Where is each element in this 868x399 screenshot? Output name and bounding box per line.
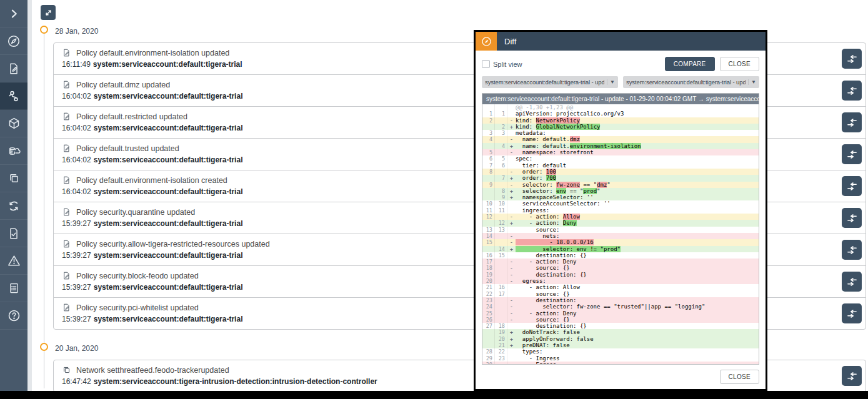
diff-hunk-row: @@ -1,30 +1,23 @@	[482, 104, 759, 111]
right-revision-value: system:serviceaccount:default:tigera-tri…	[626, 79, 746, 86]
cube-icon	[7, 116, 21, 131]
event-time: 15:39:27	[62, 315, 91, 323]
file-edit-icon	[62, 207, 71, 217]
right-revision-select[interactable]: system:serviceaccount:default:tigera-tri…	[623, 76, 759, 88]
diff-line: 25- - action: Deny	[482, 310, 759, 317]
sidebar-item-flow-visualization[interactable]	[0, 82, 27, 110]
flow-icon	[6, 89, 21, 104]
diff-line: 20+ applyOnForward: false	[482, 336, 759, 342]
diff-line: 18- source: {}	[482, 265, 759, 271]
diff-panel-header: system:serviceaccount:default:tigera-tri…	[482, 94, 759, 104]
sidebar-item-policies[interactable]	[0, 55, 27, 82]
diff-line: 1615 destination: {}	[482, 252, 759, 259]
diff-panel: system:serviceaccount:default:tigera-tri…	[482, 93, 759, 365]
event-time: 15:39:27	[62, 283, 91, 292]
app-screen: 28 Jan, 2020 Policy default.environment-…	[0, 0, 868, 399]
split-view-toggle[interactable]: Split view	[482, 60, 522, 68]
diff-button[interactable]	[842, 144, 862, 164]
compare-button[interactable]: COMPARE	[665, 57, 715, 71]
event-time: 15:39:27	[62, 251, 91, 260]
sidebar-item-dashboard[interactable]	[0, 27, 27, 55]
sidebar-item-compliance[interactable]	[0, 220, 27, 247]
diff-arrows-icon	[847, 213, 857, 224]
chevron-down-icon: ▼	[607, 79, 615, 85]
diff-button[interactable]	[842, 366, 862, 386]
diff-line: 2718 destination: {}	[482, 323, 759, 329]
diff-button[interactable]	[842, 240, 862, 260]
compass-icon	[6, 34, 21, 49]
sidebar-item-data-storage[interactable]	[0, 137, 27, 165]
sidebar-item-workloads[interactable]	[0, 110, 27, 137]
event-time: 16:11:49	[62, 60, 91, 69]
diff-button[interactable]	[842, 112, 862, 132]
event-time: 16:04:02	[62, 124, 91, 132]
event-time: 16:04:02	[62, 155, 91, 164]
split-view-checkbox[interactable]	[482, 60, 490, 68]
timeline-line	[44, 31, 44, 388]
diff-arrows-icon	[847, 86, 857, 96]
file-edit-icon	[62, 271, 71, 280]
file-edit-icon	[62, 303, 71, 312]
diff-modal-footer: CLOSE	[482, 365, 759, 384]
file-check-icon	[7, 227, 21, 240]
sidebar-item-reports[interactable]	[0, 275, 27, 302]
sidebar-item-components[interactable]	[0, 165, 27, 192]
sidebar-item-collapse[interactable]	[0, 0, 27, 27]
diff-arrows-icon	[847, 308, 857, 319]
diff-line: 21+ preDNAT: false	[482, 342, 759, 348]
copy-icon	[7, 172, 21, 185]
compass-icon	[481, 36, 492, 47]
diff-button[interactable]	[842, 81, 862, 101]
diff-controls: Split view COMPARE CLOSE	[482, 57, 759, 71]
file-edit-icon	[62, 239, 71, 249]
event-account: system:serviceaccount:default:tigera-tri…	[94, 124, 243, 132]
diff-line: 1010 serviceAccountSelector: ''	[482, 200, 759, 207]
sidebar-item-help[interactable]	[0, 302, 27, 330]
date-label: 28 Jan, 2020	[55, 27, 98, 36]
diff-line: 2217 source: {}	[482, 291, 759, 297]
expand-timeline-button[interactable]	[41, 5, 56, 20]
diff-line: 20- egress:	[482, 278, 759, 284]
diff-line: 2822 types:	[482, 348, 759, 355]
diff-line: 33metadata:	[482, 130, 759, 136]
diff-arrows-icon	[847, 245, 857, 255]
event-account: system:serviceaccount:default:tigera-tri…	[93, 60, 242, 69]
footer-close-button[interactable]: CLOSE	[720, 370, 759, 384]
event-title: Policy default.environment-isolation upd…	[76, 49, 229, 57]
diff-line: 8+ selector: env == "prod"	[482, 188, 759, 194]
event-account: system:serviceaccount:default:tigera-tri…	[94, 283, 243, 292]
diff-button[interactable]	[842, 49, 862, 69]
diff-line: 2116 - action: Allow	[482, 284, 759, 290]
chevron-right-icon	[7, 7, 20, 20]
sidebar-item-sync[interactable]	[0, 192, 27, 220]
event-title: Policy default.dmz updated	[76, 81, 170, 89]
diff-line: 17- - action: Deny	[482, 259, 759, 265]
diff-line: 7+ order: 700	[482, 175, 759, 181]
diff-line: 14- nets:	[482, 233, 759, 239]
file-edit-icon	[7, 62, 21, 76]
diff-button[interactable]	[842, 176, 862, 196]
chevron-down-icon: ▼	[748, 79, 756, 85]
event-time: 16:04:02	[62, 92, 91, 101]
diff-line: 30- - Egress	[482, 362, 759, 364]
sidebar	[0, 0, 27, 391]
close-button[interactable]: CLOSE	[720, 57, 759, 71]
file-edit-icon	[62, 112, 71, 121]
event-account: system:serviceaccount:default:tigera-tri…	[94, 92, 243, 101]
file-edit-icon	[62, 80, 71, 89]
sidebar-edge	[27, 0, 32, 391]
diff-line: 9- selector: fw-zone == "dmz"	[482, 182, 759, 188]
event-account: system:serviceaccount:default:tigera-tri…	[94, 219, 243, 228]
warning-icon	[7, 254, 21, 268]
expand-diagonal-icon	[44, 8, 53, 17]
event-time: 16:04:02	[62, 187, 91, 196]
diff-button[interactable]	[842, 272, 862, 292]
file-edit-icon	[62, 48, 71, 57]
left-revision-select[interactable]: system:serviceaccount:default:tigera-tri…	[482, 76, 618, 88]
timeline-marker-icon	[40, 26, 48, 34]
diff-button[interactable]	[842, 303, 862, 323]
sidebar-item-alerts[interactable]	[0, 247, 27, 275]
diff-button[interactable]	[842, 208, 862, 228]
diff-arrows-icon	[847, 149, 857, 160]
diff-modal-header: Diff	[476, 32, 766, 51]
